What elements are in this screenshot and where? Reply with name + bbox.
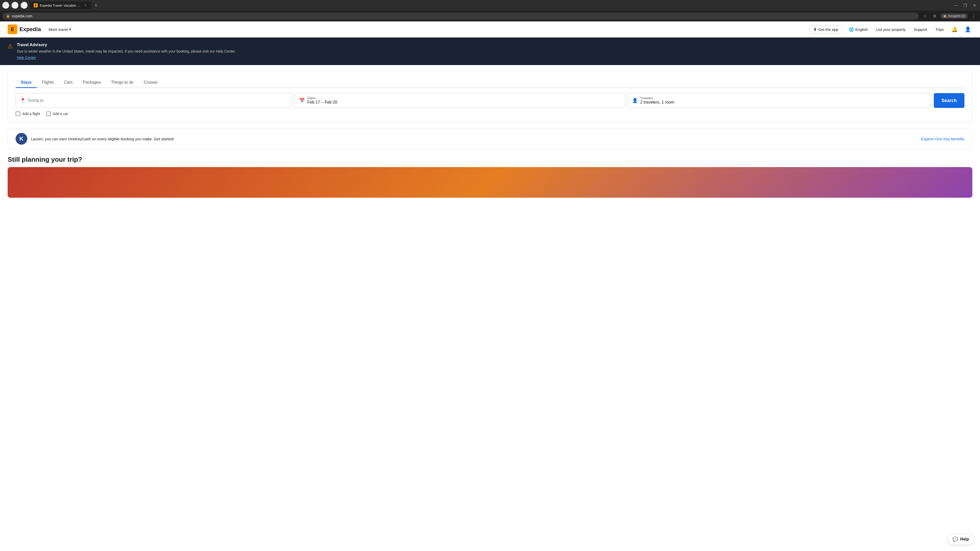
advisory-description: Due to winter weather in the United Stat…	[17, 49, 236, 54]
globe-icon: 🌐	[849, 27, 854, 32]
search-tabs: Stays Flights Cars Packages Things to do…	[16, 78, 964, 88]
more-travel-label: More travel	[48, 27, 68, 32]
warning-icon: ⚠	[8, 43, 13, 50]
tab-cruises[interactable]: Cruises	[138, 78, 162, 88]
trips-label: Trips	[935, 27, 944, 32]
going-to-field[interactable]: 📍 Going to	[16, 93, 292, 108]
page-content: E Expedia More travel ▾ ⬇ Get the app 🌐 …	[0, 21, 980, 198]
add-flight-checkbox[interactable]: Add a flight	[16, 111, 40, 116]
tab-favicon: E	[34, 3, 38, 7]
travelers-field[interactable]: 👤 Travelers 2 travelers, 1 room	[628, 93, 931, 108]
browser-menu-button[interactable]: ⋮	[970, 12, 977, 20]
dates-value: Feb 17 – Feb 20	[307, 100, 337, 105]
calendar-icon: 📅	[299, 98, 305, 103]
address-bar: 🔒 expedia.com ☆ ⧉ 🕵 Incognito (2) ⋮	[0, 11, 980, 21]
url-text: expedia.com	[12, 14, 32, 18]
list-property-label: List your property	[876, 27, 906, 32]
add-flight-checkbox-box[interactable]	[16, 111, 20, 116]
advisory-title: Travel Advisory	[17, 43, 236, 47]
search-addons: Add a flight Add a car	[16, 111, 964, 116]
forward-button[interactable]: →	[11, 2, 19, 9]
address-actions: ☆ ⧉ 🕵 Incognito (2) ⋮	[921, 12, 977, 20]
back-button[interactable]: ←	[2, 2, 10, 9]
url-bar[interactable]: 🔒 expedia.com	[3, 13, 918, 20]
advisory-help-link[interactable]: Help Center	[17, 56, 36, 60]
add-flight-label: Add a flight	[22, 112, 40, 116]
logo-link[interactable]: E Expedia	[8, 24, 41, 34]
window-controls: — ❐ ✕	[953, 2, 978, 9]
search-button[interactable]: Search	[934, 93, 964, 108]
advisory-banner: ⚠ Travel Advisory Due to winter weather …	[0, 38, 980, 65]
tab-cars[interactable]: Cars	[59, 78, 78, 88]
tab-title: Expedia Travel: Vacation Hom...	[40, 3, 81, 7]
logo-icon: E	[8, 24, 18, 34]
tab-things-to-do[interactable]: Things to do	[106, 78, 138, 88]
more-travel-chevron-icon: ▾	[69, 27, 71, 32]
logo-text: Expedia	[19, 26, 41, 33]
travelers-label: Travelers	[640, 97, 674, 100]
bookmark-button[interactable]: ☆	[921, 12, 929, 20]
get-app-link[interactable]: ⬇ Get the app	[809, 25, 842, 34]
list-property-link[interactable]: List your property	[874, 26, 908, 33]
onekey-benefits-link[interactable]: Explore One Key benefits	[921, 137, 964, 141]
minimize-button[interactable]: —	[953, 2, 959, 9]
search-widget: Stays Flights Cars Packages Things to do…	[8, 71, 972, 122]
onekey-avatar: K	[16, 133, 27, 144]
nav-right: ⬇ Get the app 🌐 English List your proper…	[809, 25, 972, 34]
browser-chrome: ← → ↻ E Expedia Travel: Vacation Hom... …	[0, 0, 980, 11]
incognito-icon: 🕵	[943, 14, 947, 18]
travelers-value: 2 travelers, 1 room	[640, 100, 674, 105]
maximize-button[interactable]: ❐	[962, 2, 969, 9]
search-row: 📍 Going to 📅 Dates Feb 17 – Feb 20 👤 Tra…	[16, 93, 964, 108]
get-app-label: Get the app	[818, 27, 838, 32]
extensions-button[interactable]: ⧉	[931, 12, 939, 20]
onekey-message: Lauren, you can earn OneKeyCash on every…	[31, 137, 921, 141]
travelers-icon: 👤	[632, 98, 638, 103]
featured-image	[8, 167, 972, 198]
notifications-button[interactable]: 🔔	[950, 25, 959, 34]
tab-stays[interactable]: Stays	[16, 78, 37, 88]
support-label: Support	[914, 27, 928, 32]
add-car-checkbox[interactable]: Add a car	[46, 111, 68, 116]
section-title: Still planning your trip?	[0, 153, 980, 167]
dates-inner: Dates Feb 17 – Feb 20	[307, 97, 337, 105]
support-link[interactable]: Support	[912, 26, 929, 33]
incognito-badge: 🕵 Incognito (2)	[940, 14, 968, 19]
going-to-inner: Going to	[28, 98, 43, 103]
dates-label: Dates	[307, 97, 337, 100]
more-travel-button[interactable]: More travel ▾	[46, 25, 74, 33]
lock-icon: 🔒	[6, 14, 10, 18]
language-link[interactable]: 🌐 English	[847, 25, 870, 33]
incognito-label: Incognito (2)	[948, 14, 965, 18]
tab-flights[interactable]: Flights	[37, 78, 59, 88]
add-car-label: Add a car	[53, 112, 68, 116]
tab-packages[interactable]: Packages	[78, 78, 106, 88]
top-nav: E Expedia More travel ▾ ⬇ Get the app 🌐 …	[0, 21, 980, 38]
refresh-button[interactable]: ↻	[21, 2, 28, 9]
user-account-button[interactable]: 👤	[963, 25, 972, 34]
active-tab[interactable]: E Expedia Travel: Vacation Hom... ×	[30, 2, 91, 9]
onekey-banner: K Lauren, you can earn OneKeyCash on eve…	[8, 129, 972, 149]
going-to-value: Going to	[28, 98, 43, 103]
tab-bar: E Expedia Travel: Vacation Hom... × +	[30, 2, 950, 9]
travelers-inner: Travelers 2 travelers, 1 room	[640, 97, 674, 105]
location-icon: 📍	[20, 98, 25, 103]
dates-field[interactable]: 📅 Dates Feb 17 – Feb 20	[295, 93, 625, 108]
tab-close-button[interactable]: ×	[83, 3, 88, 8]
close-window-button[interactable]: ✕	[971, 2, 978, 9]
language-label: English	[856, 27, 868, 32]
advisory-content: Travel Advisory Due to winter weather in…	[17, 43, 236, 60]
download-icon: ⬇	[813, 27, 817, 32]
new-tab-button[interactable]: +	[92, 2, 100, 9]
browser-controls: ← → ↻	[2, 2, 28, 9]
add-car-checkbox-box[interactable]	[46, 111, 51, 116]
trips-link[interactable]: Trips	[933, 26, 946, 33]
